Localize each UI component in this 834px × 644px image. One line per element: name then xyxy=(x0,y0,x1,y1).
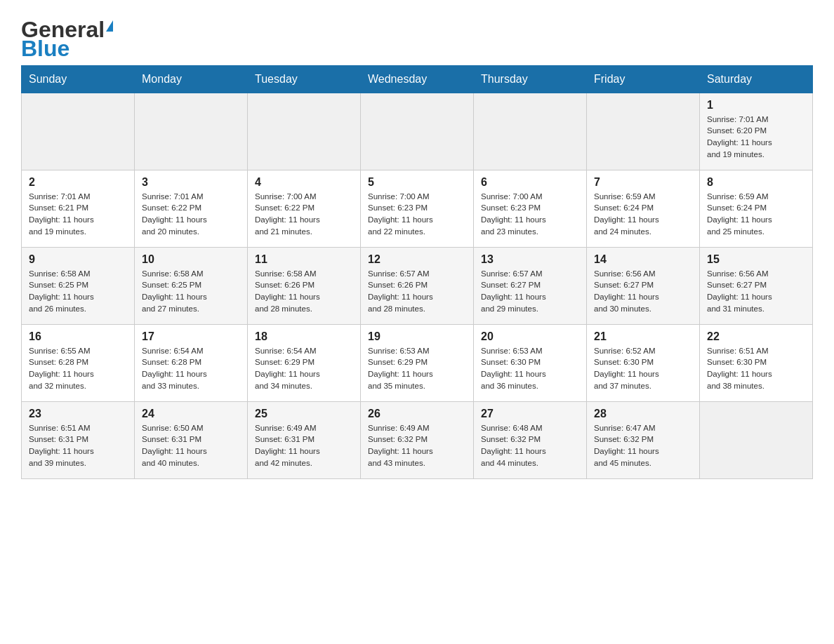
day-number: 10 xyxy=(142,253,240,266)
calendar-cell xyxy=(474,93,587,170)
day-number: 17 xyxy=(142,330,240,343)
day-number: 28 xyxy=(594,408,692,420)
day-number: 26 xyxy=(368,408,466,420)
day-number: 6 xyxy=(481,176,579,189)
day-info: Sunrise: 6:58 AM Sunset: 6:25 PM Dayligh… xyxy=(142,268,240,315)
day-info: Sunrise: 6:49 AM Sunset: 6:32 PM Dayligh… xyxy=(368,422,466,469)
page-header: General Blue xyxy=(21,17,813,58)
day-info: Sunrise: 6:51 AM Sunset: 6:30 PM Dayligh… xyxy=(707,345,805,392)
calendar-cell: 9Sunrise: 6:58 AM Sunset: 6:25 PM Daylig… xyxy=(22,247,135,324)
day-number: 7 xyxy=(594,176,692,189)
day-number: 4 xyxy=(255,176,353,189)
weekday-header-friday: Friday xyxy=(587,65,700,93)
day-number: 1 xyxy=(707,99,805,112)
day-info: Sunrise: 6:50 AM Sunset: 6:31 PM Dayligh… xyxy=(142,422,240,469)
day-info: Sunrise: 7:00 AM Sunset: 6:23 PM Dayligh… xyxy=(368,191,466,238)
day-number: 2 xyxy=(29,176,127,189)
calendar-cell xyxy=(248,93,361,170)
day-info: Sunrise: 7:01 AM Sunset: 6:20 PM Dayligh… xyxy=(707,114,805,161)
day-number: 16 xyxy=(29,330,127,343)
calendar-cell: 25Sunrise: 6:49 AM Sunset: 6:31 PM Dayli… xyxy=(248,401,361,478)
day-info: Sunrise: 6:54 AM Sunset: 6:29 PM Dayligh… xyxy=(255,345,353,392)
week-row-3: 9Sunrise: 6:58 AM Sunset: 6:25 PM Daylig… xyxy=(22,247,813,324)
week-row-5: 23Sunrise: 6:51 AM Sunset: 6:31 PM Dayli… xyxy=(22,401,813,478)
calendar-cell xyxy=(700,401,813,478)
calendar-cell: 18Sunrise: 6:54 AM Sunset: 6:29 PM Dayli… xyxy=(248,324,361,401)
day-number: 11 xyxy=(255,253,353,266)
day-info: Sunrise: 6:56 AM Sunset: 6:27 PM Dayligh… xyxy=(594,268,692,315)
logo: General Blue xyxy=(21,17,113,58)
calendar-cell: 16Sunrise: 6:55 AM Sunset: 6:28 PM Dayli… xyxy=(22,324,135,401)
calendar-cell: 10Sunrise: 6:58 AM Sunset: 6:25 PM Dayli… xyxy=(135,247,248,324)
day-info: Sunrise: 7:01 AM Sunset: 6:21 PM Dayligh… xyxy=(29,191,127,238)
week-row-4: 16Sunrise: 6:55 AM Sunset: 6:28 PM Dayli… xyxy=(22,324,813,401)
weekday-header-monday: Monday xyxy=(135,65,248,93)
day-info: Sunrise: 6:59 AM Sunset: 6:24 PM Dayligh… xyxy=(594,191,692,238)
day-info: Sunrise: 6:51 AM Sunset: 6:31 PM Dayligh… xyxy=(29,422,127,469)
calendar-cell: 23Sunrise: 6:51 AM Sunset: 6:31 PM Dayli… xyxy=(22,401,135,478)
calendar-cell: 20Sunrise: 6:53 AM Sunset: 6:30 PM Dayli… xyxy=(474,324,587,401)
calendar-cell xyxy=(587,93,700,170)
calendar-cell: 3Sunrise: 7:01 AM Sunset: 6:22 PM Daylig… xyxy=(135,170,248,247)
calendar-table: SundayMondayTuesdayWednesdayThursdayFrid… xyxy=(21,65,813,479)
calendar-cell: 6Sunrise: 7:00 AM Sunset: 6:23 PM Daylig… xyxy=(474,170,587,247)
weekday-header-wednesday: Wednesday xyxy=(361,65,474,93)
weekday-header-tuesday: Tuesday xyxy=(248,65,361,93)
calendar-cell: 17Sunrise: 6:54 AM Sunset: 6:28 PM Dayli… xyxy=(135,324,248,401)
calendar-cell: 22Sunrise: 6:51 AM Sunset: 6:30 PM Dayli… xyxy=(700,324,813,401)
day-number: 18 xyxy=(255,330,353,343)
day-info: Sunrise: 6:53 AM Sunset: 6:29 PM Dayligh… xyxy=(368,345,466,392)
calendar-cell: 4Sunrise: 7:00 AM Sunset: 6:22 PM Daylig… xyxy=(248,170,361,247)
day-info: Sunrise: 6:58 AM Sunset: 6:25 PM Dayligh… xyxy=(29,268,127,315)
weekday-header-saturday: Saturday xyxy=(700,65,813,93)
calendar-cell: 15Sunrise: 6:56 AM Sunset: 6:27 PM Dayli… xyxy=(700,247,813,324)
day-number: 12 xyxy=(368,253,466,266)
calendar-cell xyxy=(22,93,135,170)
day-number: 21 xyxy=(594,330,692,343)
week-row-2: 2Sunrise: 7:01 AM Sunset: 6:21 PM Daylig… xyxy=(22,170,813,247)
day-number: 19 xyxy=(368,330,466,343)
calendar-cell: 5Sunrise: 7:00 AM Sunset: 6:23 PM Daylig… xyxy=(361,170,474,247)
day-info: Sunrise: 6:47 AM Sunset: 6:32 PM Dayligh… xyxy=(594,422,692,469)
calendar-cell: 7Sunrise: 6:59 AM Sunset: 6:24 PM Daylig… xyxy=(587,170,700,247)
day-number: 9 xyxy=(29,253,127,266)
calendar-cell: 12Sunrise: 6:57 AM Sunset: 6:26 PM Dayli… xyxy=(361,247,474,324)
day-number: 14 xyxy=(594,253,692,266)
calendar-cell: 27Sunrise: 6:48 AM Sunset: 6:32 PM Dayli… xyxy=(474,401,587,478)
calendar-cell: 1Sunrise: 7:01 AM Sunset: 6:20 PM Daylig… xyxy=(700,93,813,170)
calendar-cell: 2Sunrise: 7:01 AM Sunset: 6:21 PM Daylig… xyxy=(22,170,135,247)
day-info: Sunrise: 6:48 AM Sunset: 6:32 PM Dayligh… xyxy=(481,422,579,469)
day-number: 22 xyxy=(707,330,805,343)
day-info: Sunrise: 6:54 AM Sunset: 6:28 PM Dayligh… xyxy=(142,345,240,392)
day-info: Sunrise: 6:58 AM Sunset: 6:26 PM Dayligh… xyxy=(255,268,353,315)
weekday-header-sunday: Sunday xyxy=(22,65,135,93)
week-row-1: 1Sunrise: 7:01 AM Sunset: 6:20 PM Daylig… xyxy=(22,93,813,170)
day-number: 3 xyxy=(142,176,240,189)
day-number: 27 xyxy=(481,408,579,420)
day-info: Sunrise: 6:52 AM Sunset: 6:30 PM Dayligh… xyxy=(594,345,692,392)
day-info: Sunrise: 6:53 AM Sunset: 6:30 PM Dayligh… xyxy=(481,345,579,392)
day-info: Sunrise: 6:59 AM Sunset: 6:24 PM Dayligh… xyxy=(707,191,805,238)
day-info: Sunrise: 6:49 AM Sunset: 6:31 PM Dayligh… xyxy=(255,422,353,469)
calendar-cell: 14Sunrise: 6:56 AM Sunset: 6:27 PM Dayli… xyxy=(587,247,700,324)
day-info: Sunrise: 7:00 AM Sunset: 6:22 PM Dayligh… xyxy=(255,191,353,238)
calendar-cell: 13Sunrise: 6:57 AM Sunset: 6:27 PM Dayli… xyxy=(474,247,587,324)
day-info: Sunrise: 6:56 AM Sunset: 6:27 PM Dayligh… xyxy=(707,268,805,315)
calendar-cell xyxy=(135,93,248,170)
weekday-header-thursday: Thursday xyxy=(474,65,587,93)
day-number: 5 xyxy=(368,176,466,189)
day-info: Sunrise: 6:57 AM Sunset: 6:26 PM Dayligh… xyxy=(368,268,466,315)
day-info: Sunrise: 6:57 AM Sunset: 6:27 PM Dayligh… xyxy=(481,268,579,315)
day-number: 20 xyxy=(481,330,579,343)
day-info: Sunrise: 6:55 AM Sunset: 6:28 PM Dayligh… xyxy=(29,345,127,392)
calendar-cell: 19Sunrise: 6:53 AM Sunset: 6:29 PM Dayli… xyxy=(361,324,474,401)
day-info: Sunrise: 7:01 AM Sunset: 6:22 PM Dayligh… xyxy=(142,191,240,238)
day-number: 8 xyxy=(707,176,805,189)
calendar-cell xyxy=(361,93,474,170)
day-number: 25 xyxy=(255,408,353,420)
day-info: Sunrise: 7:00 AM Sunset: 6:23 PM Dayligh… xyxy=(481,191,579,238)
day-number: 15 xyxy=(707,253,805,266)
calendar-cell: 24Sunrise: 6:50 AM Sunset: 6:31 PM Dayli… xyxy=(135,401,248,478)
weekday-header-row: SundayMondayTuesdayWednesdayThursdayFrid… xyxy=(22,65,813,93)
day-number: 13 xyxy=(481,253,579,266)
